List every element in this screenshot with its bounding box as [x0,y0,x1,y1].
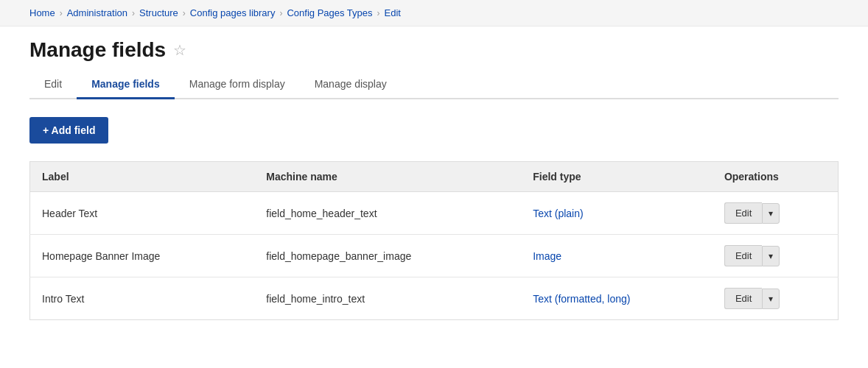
table-column-operations: Operations [713,162,839,192]
table-column-field-type: Field type [521,162,713,192]
field-machine-name: field_homepage_banner_image [254,235,521,277]
table-row: Homepage Banner Imagefield_homepage_bann… [30,235,839,277]
edit-button[interactable]: Edit [724,288,762,309]
breadcrumb-separator: › [377,8,380,18]
edit-button[interactable]: Edit [724,245,762,266]
operations-dropdown-button[interactable]: ▾ [762,246,780,266]
breadcrumb-link[interactable]: Structure [139,7,178,18]
breadcrumb-separator: › [60,8,63,18]
table-row: Intro Textfield_home_intro_textText (for… [30,277,839,320]
field-label: Header Text [30,192,255,235]
breadcrumb-separator: › [132,8,135,18]
field-type-link[interactable]: Text (formatted, long) [533,293,630,305]
add-field-button[interactable]: + Add field [29,117,108,144]
breadcrumb: Home›Administration›Structure›Config pag… [0,0,868,26]
field-type-cell: Image [521,235,713,277]
breadcrumb-link[interactable]: Config pages library [190,7,276,18]
field-operations-cell: Edit▾ [713,277,839,320]
operations-dropdown-button[interactable]: ▾ [762,203,780,224]
field-type-cell: Text (formatted, long) [521,277,713,320]
field-type-link[interactable]: Text (plain) [533,208,583,219]
fields-table: LabelMachine nameField typeOperations He… [29,161,839,320]
breadcrumb-link[interactable]: Home [29,7,55,18]
tab-manage-display[interactable]: Manage display [300,71,402,99]
field-machine-name: field_home_intro_text [254,277,521,320]
field-type-link[interactable]: Image [533,250,561,262]
field-label: Homepage Banner Image [30,235,255,277]
table-column-label: Label [30,162,255,192]
page-title: Manage fields [29,38,166,62]
breadcrumb-separator: › [279,8,282,18]
tab-edit[interactable]: Edit [29,71,77,99]
tab-manage-fields[interactable]: Manage fields [77,71,175,99]
field-operations-cell: Edit▾ [713,192,839,235]
tab-navigation: EditManage fieldsManage form displayMana… [29,71,839,99]
operations-dropdown-button[interactable]: ▾ [762,289,780,309]
table-header-row: LabelMachine nameField typeOperations [30,162,839,192]
table-row: Header Textfield_home_header_textText (p… [30,192,839,235]
field-label: Intro Text [30,277,255,320]
field-type-cell: Text (plain) [521,192,713,235]
breadcrumb-separator: › [183,8,186,18]
field-operations-cell: Edit▾ [713,235,839,277]
edit-button[interactable]: Edit [724,202,762,224]
table-body: Header Textfield_home_header_textText (p… [30,192,839,320]
breadcrumb-link[interactable]: Config Pages Types [287,7,372,18]
tab-manage-form-display[interactable]: Manage form display [175,71,300,99]
breadcrumb-link[interactable]: Edit [385,7,401,18]
bookmark-icon[interactable]: ☆ [173,41,186,59]
field-machine-name: field_home_header_text [254,192,521,235]
breadcrumb-link[interactable]: Administration [67,7,127,18]
table-column-machine-name: Machine name [254,162,521,192]
